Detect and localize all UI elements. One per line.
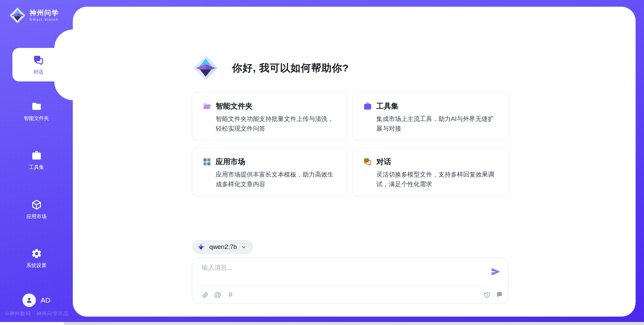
person-icon (25, 296, 33, 304)
cube-icon (31, 199, 42, 210)
sidebar-item-label: 应用市场 (26, 213, 47, 220)
hash-button[interactable]: # (226, 290, 234, 299)
avatar (22, 294, 36, 307)
composer-toolbar: @ # (201, 289, 503, 301)
send-icon (491, 267, 501, 277)
card-title: 对话 (376, 157, 391, 167)
card-app-market[interactable]: 应用市场 应用市场提供丰富长文本模板，助力高效生成多样化文章内容 (192, 148, 348, 196)
chat-icon (363, 157, 372, 167)
card-chat[interactable]: 对话 灵活切换多模型文件，支持多样回复效果调试，满足个性化需求 (353, 148, 508, 196)
sidebar-item-settings[interactable]: 系统设置 (0, 240, 73, 277)
folder-open-icon (202, 102, 212, 111)
attach-button[interactable] (201, 290, 209, 299)
card-description: 灵活切换多模型文件，支持多样回复效果调试，满足个性化需求 (376, 170, 499, 189)
card-toolset[interactable]: 工具集 集成市场上主流工具，助力AI与外界无缝扩展与对接 (353, 92, 508, 140)
model-selector[interactable]: qwen2:7b (192, 240, 253, 254)
card-title: 应用市场 (216, 157, 245, 167)
brand-logo: 神州问学 Smart Vision (9, 7, 59, 24)
model-name: qwen2:7b (209, 243, 237, 251)
message-input[interactable] (202, 263, 477, 283)
paperclip-icon (202, 291, 209, 299)
sidebar-item-label: 系统设置 (26, 262, 47, 269)
card-title: 智能文件夹 (216, 101, 253, 111)
card-smart-folder[interactable]: 智能文件夹 智能文件夹功能支持批量文件上传与清洗，轻松实现文件问答 (192, 92, 348, 140)
sidebar-item-label: 对话 (34, 69, 44, 75)
user-name: AD (41, 296, 50, 304)
briefcase-icon (31, 150, 42, 161)
feature-cards: 智能文件夹 智能文件夹功能支持批量文件上传与清洗，轻松实现文件问答 工具集 集成… (192, 92, 508, 196)
main-panel: 你好, 我可以如何帮助你? 智能文件夹 智能文件夹功能支持批量文件上传与清洗，轻… (73, 7, 636, 317)
diamond-logo-icon (192, 54, 219, 82)
composer-divider (196, 286, 505, 286)
sidebar-item-label: 智能文件夹 (24, 115, 49, 122)
horizontal-scrollbar[interactable] (0, 322, 644, 325)
sidebar-item-smart-folder[interactable]: 智能文件夹 (0, 93, 73, 130)
active-tab-flare-top (54, 29, 73, 48)
scrollbar-track (64, 322, 644, 325)
greeting-text: 你好, 我可以如何帮助你? (232, 61, 349, 75)
brand-name: 神州问学 (30, 9, 59, 17)
sidebar-item-chat[interactable]: 对话 (12, 48, 73, 81)
sidebar-item-label: 工具集 (29, 164, 44, 171)
grid-icon (202, 157, 212, 167)
sidebar-item-toolset[interactable]: 工具集 (0, 142, 73, 179)
card-description: 智能文件夹功能支持批量文件上传与清洗，轻松实现文件问答 (216, 114, 338, 133)
chat-shortcut-button[interactable] (495, 290, 503, 299)
diamond-logo-icon (197, 243, 205, 251)
gear-icon (31, 248, 42, 259)
copyright-text: ©神州数码 · 神州问学出品 (5, 311, 68, 317)
sidebar-item-app-market[interactable]: 应用市场 (0, 191, 73, 228)
card-title: 工具集 (376, 101, 398, 111)
diamond-logo-icon (9, 7, 26, 24)
user-account[interactable]: AD (0, 292, 73, 308)
history-icon (483, 291, 491, 299)
card-description: 集成市场上主流工具，助力AI与外界无缝扩展与对接 (376, 114, 499, 133)
message-composer: @ # (192, 258, 508, 304)
chevron-down-icon (241, 244, 247, 250)
chat-icon (33, 54, 45, 66)
greeting: 你好, 我可以如何帮助你? (192, 54, 349, 82)
send-button[interactable] (491, 267, 501, 277)
chat-bubble-icon (496, 291, 503, 299)
history-button[interactable] (483, 290, 491, 299)
brand-subtitle: Smart Vision (30, 17, 59, 22)
folder-icon (31, 101, 42, 112)
card-description: 应用市场提供丰富长文本模板，助力高效生成多样化文章内容 (216, 170, 338, 189)
briefcase-icon (363, 102, 372, 111)
mention-button[interactable]: @ (214, 290, 222, 299)
